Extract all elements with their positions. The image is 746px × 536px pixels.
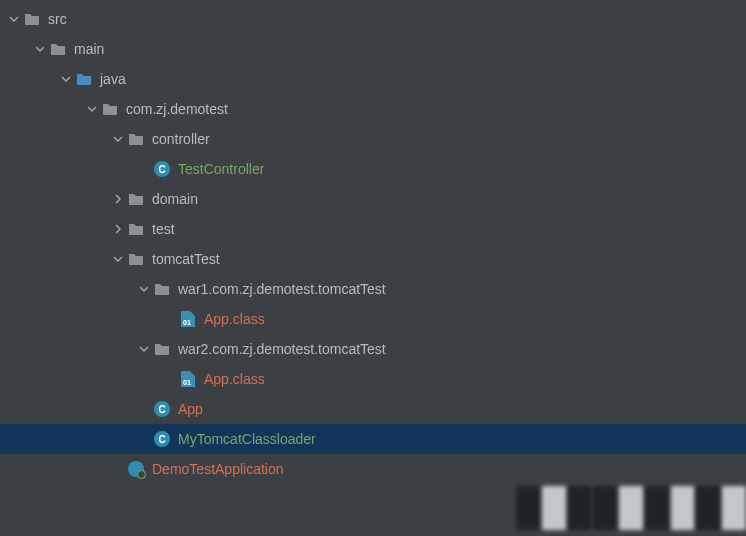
tree-row-war2[interactable]: war2.com.zj.demotest.tomcatTest [0,334,746,364]
chevron-down-icon[interactable] [110,134,126,144]
tree-label: MyTomcatClassloader [178,431,316,447]
folder-icon [22,9,42,29]
source-folder-icon [74,69,94,89]
tree-label: src [48,11,67,27]
chevron-down-icon[interactable] [136,284,152,294]
tree-label: java [100,71,126,87]
censored-region [516,486,746,530]
tree-row-appclass2[interactable]: 01 App.class [0,364,746,394]
svg-point-6 [164,350,169,355]
tree-row-domain[interactable]: domain [0,184,746,214]
svg-point-3 [138,230,143,235]
chevron-right-icon[interactable] [110,194,126,204]
tree-label: TestController [178,161,264,177]
tree-row-java[interactable]: java [0,64,746,94]
svg-point-1 [138,140,143,145]
tree-row-app[interactable]: C App [0,394,746,424]
package-icon [152,339,172,359]
tree-row-controller[interactable]: controller [0,124,746,154]
chevron-right-icon[interactable] [110,224,126,234]
chevron-down-icon[interactable] [110,254,126,264]
chevron-down-icon[interactable] [32,44,48,54]
tree-label: domain [152,191,198,207]
svg-point-0 [112,110,117,115]
tree-label: App.class [204,311,265,327]
class-icon: C [152,429,172,449]
tree-label: App [178,401,203,417]
svg-point-5 [164,290,169,295]
tree-label: main [74,41,104,57]
tree-row-tomcattest[interactable]: tomcatTest [0,244,746,274]
tree-label: war1.com.zj.demotest.tomcatTest [178,281,386,297]
tree-row-testcontroller[interactable]: C TestController [0,154,746,184]
package-icon [126,249,146,269]
tree-label: test [152,221,175,237]
package-icon [126,129,146,149]
tree-label: war2.com.zj.demotest.tomcatTest [178,341,386,357]
class-icon: C [152,399,172,419]
tree-row-test[interactable]: test [0,214,746,244]
folder-icon [48,39,68,59]
classfile-icon: 01 [178,309,198,329]
tree-row-main[interactable]: main [0,34,746,64]
class-icon: C [152,159,172,179]
tree-row-demotestapp[interactable]: DemoTestApplication [0,454,746,484]
chevron-down-icon[interactable] [136,344,152,354]
svg-point-4 [138,260,143,265]
chevron-down-icon[interactable] [84,104,100,114]
package-icon [152,279,172,299]
svg-point-2 [138,200,143,205]
package-icon [126,219,146,239]
tree-label: App.class [204,371,265,387]
tree-row-appclass1[interactable]: 01 App.class [0,304,746,334]
tree-row-war1[interactable]: war1.com.zj.demotest.tomcatTest [0,274,746,304]
chevron-down-icon[interactable] [6,14,22,24]
tree-label: DemoTestApplication [152,461,284,477]
springboot-class-icon [126,459,146,479]
tree-row-package-root[interactable]: com.zj.demotest [0,94,746,124]
chevron-down-icon[interactable] [58,74,74,84]
tree-row-classloader[interactable]: C MyTomcatClassloader [0,424,746,454]
classfile-icon: 01 [178,369,198,389]
tree-label: controller [152,131,210,147]
tree-row-src[interactable]: src [0,4,746,34]
tree-label: tomcatTest [152,251,220,267]
project-tree: src main java com.zj.demotest controller… [0,0,746,488]
package-icon [100,99,120,119]
package-icon [126,189,146,209]
tree-label: com.zj.demotest [126,101,228,117]
